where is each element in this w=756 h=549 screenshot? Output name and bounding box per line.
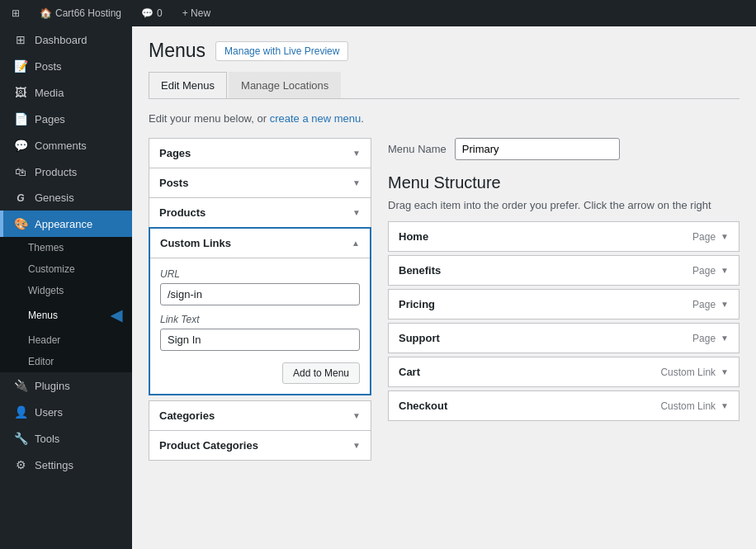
chevron-down-icon: ▼ (352, 411, 361, 420)
menu-structure-title: Menu Structure (388, 173, 739, 192)
custom-links-body: URL Link Text Add to Menu (150, 258, 370, 394)
sidebar-subitem-customize[interactable]: Customize (0, 258, 132, 280)
url-row: URL (160, 268, 360, 305)
menu-item-support[interactable]: Support Page ▼ (388, 323, 739, 353)
wp-logo-icon: ⊞ (12, 7, 20, 19)
accordion-categories: Categories ▼ (149, 400, 371, 430)
plugins-icon: 🔌 (13, 379, 28, 392)
chevron-down-icon: ▼ (352, 149, 361, 158)
sidebar-subitem-header[interactable]: Header (0, 329, 132, 351)
menu-item-cart[interactable]: Cart Custom Link ▼ (388, 357, 739, 387)
add-to-menu-button[interactable]: Add to Menu (282, 362, 360, 384)
sidebar-item-label: Settings (35, 459, 73, 471)
menu-item-home[interactable]: Home Page ▼ (388, 221, 739, 252)
main-content: Menus Manage with Live Preview Edit Menu… (132, 26, 756, 549)
live-preview-button[interactable]: Manage with Live Preview (215, 41, 348, 61)
appearance-submenu: Themes Customize Widgets Menus ◀ Header … (0, 237, 132, 372)
tools-icon: 🔧 (13, 432, 28, 445)
accordion-header-posts[interactable]: Posts ▼ (149, 168, 371, 197)
comment-icon: 💬 (141, 7, 154, 19)
sidebar-item-plugins[interactable]: 🔌 Plugins (0, 372, 132, 399)
new-label: + New (182, 7, 210, 19)
right-panel: Menu Name Menu Structure Drag each item … (388, 138, 739, 461)
add-menu-row: Add to Menu (160, 359, 360, 384)
sidebar-item-genesis[interactable]: G Genesis (0, 185, 132, 211)
accordion-product-categories: Product Categories ▼ (149, 430, 371, 461)
sidebar-item-posts[interactable]: 📝 Posts (0, 53, 132, 79)
sidebar-subitem-editor[interactable]: Editor (0, 351, 132, 372)
comments-item[interactable]: 💬 0 (136, 7, 168, 19)
sidebar-item-users[interactable]: 👤 Users (0, 399, 132, 425)
accordion-header-custom-links[interactable]: Custom Links ▲ (150, 229, 370, 258)
site-name-item[interactable]: 🏠 Cart66 Hosting (35, 7, 126, 19)
sidebar-item-settings[interactable]: ⚙ Settings (0, 452, 132, 478)
link-text-input[interactable] (160, 329, 360, 351)
sidebar-subitem-themes[interactable]: Themes (0, 237, 132, 258)
sidebar-item-label: Tools (35, 433, 59, 445)
menu-name-input[interactable] (455, 138, 620, 160)
page-title: Menus (149, 40, 206, 62)
link-text-label: Link Text (160, 314, 360, 325)
sidebar-item-label: Media (35, 87, 64, 99)
sidebar-item-label: Users (35, 406, 63, 419)
house-icon: 🏠 (40, 7, 52, 19)
sidebar-item-label: Dashboard (35, 34, 87, 46)
two-col-layout: Pages ▼ Posts ▼ Products (149, 138, 739, 461)
sidebar-subitem-menus[interactable]: Menus ◀ (0, 301, 132, 329)
left-panel: Pages ▼ Posts ▼ Products (149, 138, 371, 461)
accordion-header-pages[interactable]: Pages ▼ (149, 139, 371, 168)
accordion-pages: Pages ▼ (149, 138, 371, 168)
url-input[interactable] (160, 283, 360, 305)
accordion-header-categories[interactable]: Categories ▼ (149, 401, 371, 430)
menu-description: Edit your menu below, or create a new me… (149, 112, 739, 125)
chevron-down-icon: ▼ (721, 300, 729, 309)
appearance-icon: 🎨 (13, 217, 28, 230)
genesis-icon: G (13, 192, 28, 204)
media-icon: 🖼 (13, 86, 28, 99)
chevron-down-icon: ▼ (352, 178, 361, 187)
dashboard-icon: ⊞ (13, 33, 28, 46)
new-item[interactable]: + New (177, 7, 215, 19)
sidebar-item-dashboard[interactable]: ⊞ Dashboard (0, 26, 132, 53)
page-header: Menus Manage with Live Preview (149, 40, 739, 62)
sidebar-item-label: Products (35, 166, 77, 178)
sidebar-item-label: Pages (35, 113, 65, 125)
tabs: Edit Menus Manage Locations (149, 72, 739, 99)
layout: ⊞ Dashboard 📝 Posts 🖼 Media 📄 Pages 💬 Co… (0, 26, 756, 549)
content-area: Edit your menu below, or create a new me… (149, 99, 739, 474)
accordion-custom-links: Custom Links ▲ URL Link Text (149, 227, 371, 395)
create-new-menu-link[interactable]: create a new menu (270, 112, 361, 125)
sidebar-item-comments[interactable]: 💬 Comments (0, 132, 132, 159)
tab-manage-locations[interactable]: Manage Locations (229, 72, 341, 98)
site-name: Cart66 Hosting (55, 7, 121, 19)
sidebar-item-tools[interactable]: 🔧 Tools (0, 425, 132, 452)
tab-edit-menus[interactable]: Edit Menus (149, 72, 227, 98)
menu-item-benefits[interactable]: Benefits Page ▼ (388, 255, 739, 286)
comments-icon: 💬 (13, 139, 28, 152)
wp-logo-item[interactable]: ⊞ (7, 7, 25, 19)
chevron-up-icon: ▲ (352, 239, 360, 248)
accordion-header-product-categories[interactable]: Product Categories ▼ (149, 431, 371, 460)
sidebar-item-media[interactable]: 🖼 Media (0, 79, 132, 106)
sidebar-item-products[interactable]: 🛍 Products (0, 159, 132, 185)
menu-item-pricing[interactable]: Pricing Page ▼ (388, 289, 739, 319)
menu-name-label: Menu Name (388, 143, 447, 155)
sidebar-item-label: Plugins (35, 380, 70, 392)
menus-arrow-icon: ◀ (111, 306, 122, 324)
admin-bar: ⊞ 🏠 Cart66 Hosting 💬 0 + New (0, 0, 756, 26)
pages-icon: 📄 (13, 112, 28, 125)
menu-item-checkout[interactable]: Checkout Custom Link ▼ (388, 390, 739, 421)
url-label: URL (160, 268, 360, 280)
settings-icon: ⚙ (13, 458, 28, 471)
sidebar-item-appearance[interactable]: 🎨 Appearance (0, 211, 132, 237)
accordion-header-products[interactable]: Products ▼ (149, 198, 371, 227)
sidebar-item-label: Comments (35, 140, 87, 152)
sidebar-subitem-widgets[interactable]: Widgets (0, 280, 132, 301)
sidebar-item-label: Posts (35, 60, 62, 73)
sidebar-item-pages[interactable]: 📄 Pages (0, 106, 132, 132)
sidebar: ⊞ Dashboard 📝 Posts 🖼 Media 📄 Pages 💬 Co… (0, 26, 132, 549)
sidebar-item-label: Appearance (35, 218, 92, 230)
chevron-down-icon: ▼ (721, 334, 729, 343)
chevron-down-icon: ▼ (721, 367, 729, 376)
menu-items-list: Home Page ▼ Benefits Page ▼ (388, 221, 739, 421)
